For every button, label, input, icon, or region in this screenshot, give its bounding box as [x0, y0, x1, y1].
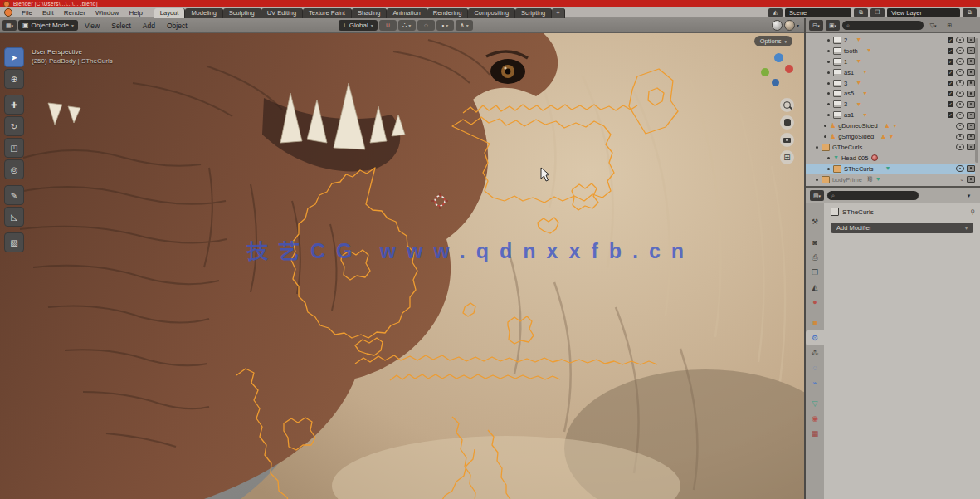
- navigation-gizmo[interactable]: [759, 51, 796, 88]
- render-camera-icon[interactable]: [967, 37, 975, 43]
- outliner-row[interactable]: 1 ▼ ✓: [806, 56, 975, 67]
- selectable-checkbox-icon[interactable]: ✓: [948, 59, 953, 65]
- funnel-filter-icon[interactable]: ▽▾: [926, 20, 940, 31]
- outliner-row[interactable]: as5 ▼ ✓: [806, 89, 975, 100]
- tool-tab-icon[interactable]: ⚒: [806, 214, 824, 229]
- properties-editor-icon[interactable]: ▤▾: [810, 190, 824, 201]
- visibility-eye-icon[interactable]: [956, 91, 964, 97]
- outliner-display-dropdown[interactable]: ⊟▾: [809, 20, 823, 31]
- new-scene-icon[interactable]: ⧉: [854, 8, 868, 17]
- properties-search-input[interactable]: ⌕: [827, 191, 919, 200]
- x-axis-handle[interactable]: [785, 65, 793, 73]
- proportional-falloff-dropdown[interactable]: •▾: [436, 20, 454, 31]
- scene-icon[interactable]: ◭: [768, 8, 783, 17]
- y-axis-handle[interactable]: [761, 68, 769, 76]
- z-neg-handle[interactable]: [772, 79, 779, 86]
- texture-tab-icon[interactable]: ▦: [806, 426, 824, 441]
- tab-layout[interactable]: Layout: [154, 8, 186, 18]
- selectable-checkbox-icon[interactable]: ✓: [948, 91, 953, 96]
- visibility-eye-icon[interactable]: [956, 165, 964, 172]
- menu-object[interactable]: Object: [162, 22, 193, 30]
- outliner-row[interactable]: ♟ gDomeoSided ♟ ▼: [806, 120, 975, 131]
- shading-dropdown-icon[interactable]: ▾: [797, 22, 799, 28]
- outliner-row[interactable]: 2 ▼ ✓: [806, 35, 975, 46]
- measure-tool[interactable]: ◺: [4, 207, 24, 227]
- object-data-tab-icon[interactable]: ▽: [806, 396, 824, 411]
- visibility-eye-icon[interactable]: [956, 69, 964, 76]
- render-camera-icon[interactable]: [967, 123, 975, 130]
- render-camera-icon[interactable]: [967, 165, 975, 172]
- perspective-toggle-button[interactable]: ⊞: [780, 150, 794, 164]
- visibility-eye-icon[interactable]: [956, 112, 964, 119]
- outliner-row[interactable]: GTheCurls: [806, 142, 975, 153]
- visibility-eye-icon[interactable]: [956, 123, 964, 130]
- render-camera-icon[interactable]: [967, 134, 975, 140]
- view-layer-selector[interactable]: View Layer: [887, 8, 960, 17]
- view-layer-icon[interactable]: ❐: [870, 8, 885, 17]
- pan-button[interactable]: [780, 115, 794, 130]
- tab-shading[interactable]: Shading: [352, 8, 388, 18]
- menu-render[interactable]: Render: [59, 7, 90, 18]
- visibility-eye-icon[interactable]: [956, 47, 964, 54]
- orientation-dropdown[interactable]: ⟂ Global▾: [339, 20, 378, 31]
- visibility-eye-icon[interactable]: [956, 58, 964, 65]
- visibility-eye-icon[interactable]: [956, 101, 964, 108]
- hidden-eye-icon[interactable]: ⌄: [959, 177, 964, 182]
- render-camera-icon[interactable]: [967, 80, 975, 86]
- editor-type-icon[interactable]: ▦▾: [2, 20, 17, 31]
- camera-view-button[interactable]: [780, 133, 794, 147]
- zoom-button[interactable]: [780, 98, 794, 112]
- material-preview-icon[interactable]: [784, 20, 795, 31]
- blender-menu-icon[interactable]: [4, 8, 12, 17]
- visibility-eye-icon[interactable]: [956, 144, 964, 150]
- tab-modeling[interactable]: Modeling: [185, 8, 222, 18]
- outliner-search-input[interactable]: ⌕: [842, 21, 924, 30]
- outliner-row[interactable]: bodyPrime ⛓ ▼ ⌄: [806, 174, 975, 185]
- menu-file[interactable]: File: [17, 7, 37, 18]
- menu-help[interactable]: Help: [124, 7, 147, 18]
- tab-compositing[interactable]: Compositing: [468, 8, 515, 18]
- snap-settings-dropdown[interactable]: ∴▾: [398, 20, 416, 31]
- constraints-tab-icon[interactable]: ⌁: [806, 375, 824, 390]
- falloff-curve-dropdown[interactable]: ∧▾: [456, 20, 473, 31]
- selectable-checkbox-icon[interactable]: ✓: [948, 101, 953, 107]
- menu-add[interactable]: Add: [138, 22, 160, 30]
- outliner-row[interactable]: 3 ▼ ✓: [806, 78, 975, 89]
- outliner-row[interactable]: 3 ▼ ✓: [806, 99, 975, 110]
- visibility-eye-icon[interactable]: [956, 134, 964, 140]
- selectable-checkbox-icon[interactable]: ✓: [948, 112, 953, 118]
- options-dropdown[interactable]: Options▾: [754, 36, 792, 46]
- render-camera-icon[interactable]: [967, 176, 975, 183]
- selectable-checkbox-icon[interactable]: ✓: [948, 48, 953, 54]
- selectable-checkbox-icon[interactable]: ✓: [948, 70, 953, 76]
- add-cube-tool[interactable]: ▧: [4, 232, 24, 252]
- annotate-tool[interactable]: ✎: [4, 185, 24, 205]
- render-camera-icon[interactable]: [967, 144, 975, 150]
- render-camera-icon[interactable]: [967, 91, 975, 97]
- transform-tool[interactable]: ◎: [4, 159, 24, 179]
- material-tab-icon[interactable]: ◉: [806, 411, 824, 426]
- properties-options-icon[interactable]: ▾: [962, 190, 976, 201]
- outliner-row[interactable]: as1 ▼ ✓: [806, 110, 975, 120]
- view-layer-tab-icon[interactable]: ❐: [806, 265, 824, 280]
- menu-edit[interactable]: Edit: [37, 7, 59, 18]
- visibility-eye-icon[interactable]: [956, 80, 964, 86]
- tab-sculpting[interactable]: Sculpting: [223, 8, 261, 18]
- outliner-row[interactable]: ▼ Head 005: [806, 153, 975, 164]
- render-camera-icon[interactable]: [967, 101, 975, 108]
- menu-view[interactable]: View: [80, 22, 105, 30]
- tab-scripting[interactable]: Scripting: [515, 8, 552, 18]
- outliner-row-selected[interactable]: STheCurls ▼: [806, 164, 975, 174]
- select-box-tool[interactable]: ➤: [4, 47, 24, 67]
- mode-dropdown[interactable]: ▣ Object Mode ▾: [18, 20, 78, 31]
- render-camera-icon[interactable]: [967, 47, 975, 54]
- rotate-tool[interactable]: ↻: [4, 116, 24, 136]
- tab-animation[interactable]: Animation: [387, 8, 427, 18]
- render-camera-icon[interactable]: [967, 58, 975, 65]
- selectable-checkbox-icon[interactable]: ✓: [948, 37, 953, 43]
- outliner-panel[interactable]: 2 ▼ ✓ tooth ▼ ✓ 1 ▼ ✓ as1: [806, 33, 980, 186]
- 3d-viewport[interactable]: ➤ ⊕ ✚ ↻ ◳ ◎ ✎ ◺ ▧ User Perspective (250)…: [0, 33, 804, 499]
- object-tab-icon[interactable]: ■: [806, 316, 824, 330]
- outliner-row[interactable]: tooth ▼ ✓: [806, 46, 975, 56]
- snap-magnet-icon[interactable]: ∪: [379, 20, 397, 31]
